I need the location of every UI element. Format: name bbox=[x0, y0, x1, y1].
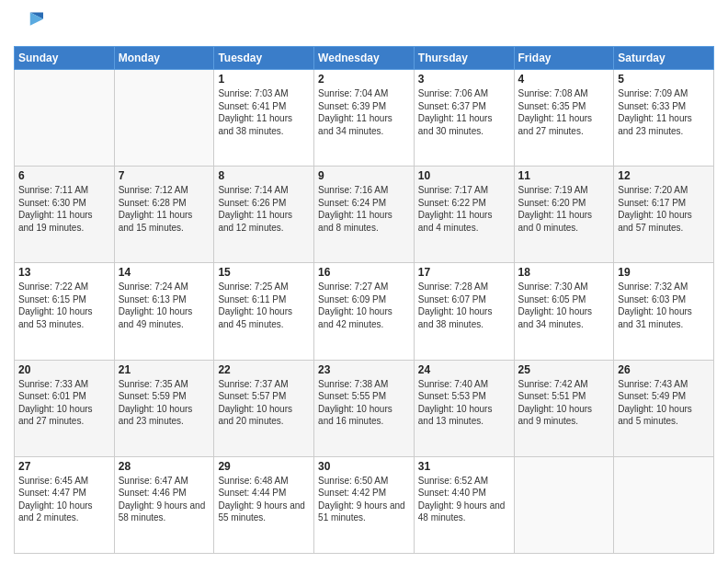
calendar-cell: 19Sunrise: 7:32 AM Sunset: 6:03 PM Dayli… bbox=[614, 263, 714, 360]
day-info: Sunrise: 7:42 AM Sunset: 5:51 PM Dayligh… bbox=[518, 378, 610, 428]
day-info: Sunrise: 6:45 AM Sunset: 4:47 PM Dayligh… bbox=[18, 475, 110, 524]
day-info: Sunrise: 7:32 AM Sunset: 6:03 PM Dayligh… bbox=[618, 281, 710, 330]
calendar-cell: 20Sunrise: 7:33 AM Sunset: 6:01 PM Dayli… bbox=[15, 360, 115, 456]
day-info: Sunrise: 6:48 AM Sunset: 4:44 PM Dayligh… bbox=[218, 475, 310, 524]
page: SundayMondayTuesdayWednesdayThursdayFrid… bbox=[0, 0, 728, 563]
day-info: Sunrise: 7:24 AM Sunset: 6:13 PM Dayligh… bbox=[119, 281, 210, 330]
day-number: 18 bbox=[518, 266, 610, 279]
calendar-cell: 27Sunrise: 6:45 AM Sunset: 4:47 PM Dayli… bbox=[15, 456, 115, 553]
weekday-header-friday: Friday bbox=[514, 47, 614, 70]
calendar-cell: 5Sunrise: 7:09 AM Sunset: 6:33 PM Daylig… bbox=[614, 70, 714, 167]
day-number: 23 bbox=[318, 363, 410, 376]
day-number: 17 bbox=[418, 266, 510, 279]
day-info: Sunrise: 7:19 AM Sunset: 6:20 PM Dayligh… bbox=[518, 184, 610, 234]
calendar-cell: 16Sunrise: 7:27 AM Sunset: 6:09 PM Dayli… bbox=[314, 263, 415, 360]
calendar-cell: 12Sunrise: 7:20 AM Sunset: 6:17 PM Dayli… bbox=[614, 167, 714, 263]
day-number: 21 bbox=[119, 363, 210, 376]
day-number: 12 bbox=[618, 169, 710, 182]
day-number: 11 bbox=[518, 169, 610, 182]
calendar-cell: 26Sunrise: 7:43 AM Sunset: 5:49 PM Dayli… bbox=[614, 360, 714, 456]
calendar-cell: 18Sunrise: 7:30 AM Sunset: 6:05 PM Dayli… bbox=[514, 263, 614, 360]
calendar-cell: 28Sunrise: 6:47 AM Sunset: 4:46 PM Dayli… bbox=[114, 456, 214, 553]
weekday-header-wednesday: Wednesday bbox=[314, 47, 415, 70]
day-info: Sunrise: 7:16 AM Sunset: 6:24 PM Dayligh… bbox=[318, 184, 410, 234]
day-info: Sunrise: 7:04 AM Sunset: 6:39 PM Dayligh… bbox=[318, 87, 410, 137]
day-number: 15 bbox=[218, 266, 310, 279]
calendar-cell bbox=[514, 456, 614, 553]
day-info: Sunrise: 7:11 AM Sunset: 6:30 PM Dayligh… bbox=[18, 184, 110, 234]
calendar-cell: 6Sunrise: 7:11 AM Sunset: 6:30 PM Daylig… bbox=[15, 167, 115, 263]
calendar-week-row: 13Sunrise: 7:22 AM Sunset: 6:15 PM Dayli… bbox=[15, 263, 714, 360]
logo bbox=[14, 9, 47, 39]
calendar-week-row: 1Sunrise: 7:03 AM Sunset: 6:41 PM Daylig… bbox=[15, 70, 714, 167]
day-number: 24 bbox=[418, 363, 510, 376]
calendar-cell: 4Sunrise: 7:08 AM Sunset: 6:35 PM Daylig… bbox=[514, 70, 614, 167]
calendar-cell: 24Sunrise: 7:40 AM Sunset: 5:53 PM Dayli… bbox=[414, 360, 514, 456]
day-info: Sunrise: 7:28 AM Sunset: 6:07 PM Dayligh… bbox=[418, 281, 510, 330]
day-number: 29 bbox=[218, 460, 310, 473]
calendar-week-row: 20Sunrise: 7:33 AM Sunset: 6:01 PM Dayli… bbox=[15, 360, 714, 456]
day-info: Sunrise: 7:25 AM Sunset: 6:11 PM Dayligh… bbox=[218, 281, 310, 330]
day-info: Sunrise: 7:38 AM Sunset: 5:55 PM Dayligh… bbox=[318, 378, 410, 428]
day-info: Sunrise: 6:47 AM Sunset: 4:46 PM Dayligh… bbox=[119, 475, 210, 524]
day-number: 22 bbox=[218, 363, 310, 376]
day-info: Sunrise: 7:43 AM Sunset: 5:49 PM Dayligh… bbox=[618, 378, 710, 428]
day-info: Sunrise: 7:27 AM Sunset: 6:09 PM Dayligh… bbox=[318, 281, 410, 330]
logo-icon bbox=[14, 9, 43, 39]
day-info: Sunrise: 6:52 AM Sunset: 4:40 PM Dayligh… bbox=[418, 475, 510, 524]
calendar-week-row: 27Sunrise: 6:45 AM Sunset: 4:47 PM Dayli… bbox=[15, 456, 714, 553]
day-number: 19 bbox=[618, 266, 710, 279]
day-info: Sunrise: 7:08 AM Sunset: 6:35 PM Dayligh… bbox=[518, 87, 610, 137]
day-number: 25 bbox=[518, 363, 610, 376]
day-number: 8 bbox=[218, 169, 310, 182]
day-number: 6 bbox=[18, 169, 110, 182]
day-number: 4 bbox=[518, 73, 610, 86]
day-info: Sunrise: 7:40 AM Sunset: 5:53 PM Dayligh… bbox=[418, 378, 510, 428]
day-info: Sunrise: 7:12 AM Sunset: 6:28 PM Dayligh… bbox=[119, 184, 210, 234]
calendar-cell: 30Sunrise: 6:50 AM Sunset: 4:42 PM Dayli… bbox=[314, 456, 415, 553]
day-info: Sunrise: 7:20 AM Sunset: 6:17 PM Dayligh… bbox=[618, 184, 710, 234]
day-info: Sunrise: 7:30 AM Sunset: 6:05 PM Dayligh… bbox=[518, 281, 610, 330]
calendar-cell: 15Sunrise: 7:25 AM Sunset: 6:11 PM Dayli… bbox=[214, 263, 314, 360]
day-info: Sunrise: 7:03 AM Sunset: 6:41 PM Dayligh… bbox=[218, 87, 310, 137]
calendar-cell: 21Sunrise: 7:35 AM Sunset: 5:59 PM Dayli… bbox=[114, 360, 214, 456]
day-number: 7 bbox=[119, 169, 210, 182]
day-number: 13 bbox=[18, 266, 110, 279]
calendar-cell bbox=[614, 456, 714, 553]
calendar-cell: 7Sunrise: 7:12 AM Sunset: 6:28 PM Daylig… bbox=[114, 167, 214, 263]
day-info: Sunrise: 7:09 AM Sunset: 6:33 PM Dayligh… bbox=[618, 87, 710, 137]
calendar-cell: 17Sunrise: 7:28 AM Sunset: 6:07 PM Dayli… bbox=[414, 263, 514, 360]
day-info: Sunrise: 7:33 AM Sunset: 6:01 PM Dayligh… bbox=[18, 378, 110, 428]
calendar-cell: 29Sunrise: 6:48 AM Sunset: 4:44 PM Dayli… bbox=[214, 456, 314, 553]
weekday-header-tuesday: Tuesday bbox=[214, 47, 314, 70]
weekday-header-monday: Monday bbox=[114, 47, 214, 70]
day-info: Sunrise: 7:35 AM Sunset: 5:59 PM Dayligh… bbox=[119, 378, 210, 428]
day-info: Sunrise: 7:06 AM Sunset: 6:37 PM Dayligh… bbox=[418, 87, 510, 137]
day-number: 2 bbox=[318, 73, 410, 86]
header bbox=[14, 9, 714, 39]
day-number: 1 bbox=[218, 73, 310, 86]
day-number: 30 bbox=[318, 460, 410, 473]
day-number: 3 bbox=[418, 73, 510, 86]
day-number: 28 bbox=[119, 460, 210, 473]
calendar-cell: 8Sunrise: 7:14 AM Sunset: 6:26 PM Daylig… bbox=[214, 167, 314, 263]
calendar-cell: 23Sunrise: 7:38 AM Sunset: 5:55 PM Dayli… bbox=[314, 360, 415, 456]
calendar-cell bbox=[114, 70, 214, 167]
day-number: 27 bbox=[18, 460, 110, 473]
calendar-cell: 14Sunrise: 7:24 AM Sunset: 6:13 PM Dayli… bbox=[114, 263, 214, 360]
weekday-header-sunday: Sunday bbox=[15, 47, 115, 70]
day-number: 16 bbox=[318, 266, 410, 279]
day-number: 5 bbox=[618, 73, 710, 86]
day-info: Sunrise: 7:17 AM Sunset: 6:22 PM Dayligh… bbox=[418, 184, 510, 234]
day-info: Sunrise: 6:50 AM Sunset: 4:42 PM Dayligh… bbox=[318, 475, 410, 524]
calendar-cell: 31Sunrise: 6:52 AM Sunset: 4:40 PM Dayli… bbox=[414, 456, 514, 553]
calendar-cell: 25Sunrise: 7:42 AM Sunset: 5:51 PM Dayli… bbox=[514, 360, 614, 456]
day-number: 31 bbox=[418, 460, 510, 473]
weekday-header-thursday: Thursday bbox=[414, 47, 514, 70]
weekday-header-row: SundayMondayTuesdayWednesdayThursdayFrid… bbox=[15, 47, 714, 70]
calendar-cell: 9Sunrise: 7:16 AM Sunset: 6:24 PM Daylig… bbox=[314, 167, 415, 263]
day-number: 14 bbox=[119, 266, 210, 279]
calendar-cell: 10Sunrise: 7:17 AM Sunset: 6:22 PM Dayli… bbox=[414, 167, 514, 263]
calendar-cell: 11Sunrise: 7:19 AM Sunset: 6:20 PM Dayli… bbox=[514, 167, 614, 263]
weekday-header-saturday: Saturday bbox=[614, 47, 714, 70]
